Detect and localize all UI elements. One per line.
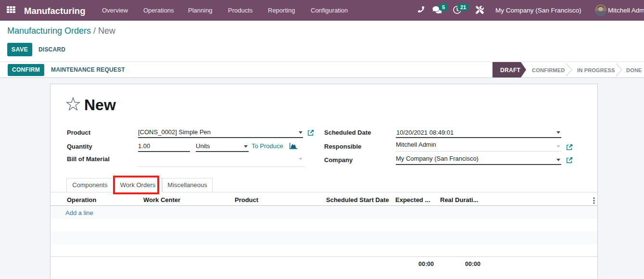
svg-text:DRAFT: DRAFT <box>500 67 521 74</box>
